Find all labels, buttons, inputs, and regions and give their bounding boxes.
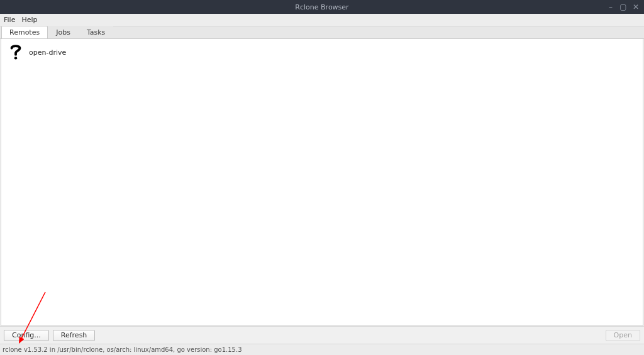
tab-bar: Remotes Jobs Tasks — [0, 26, 644, 39]
question-mark-icon — [8, 44, 24, 60]
config-button[interactable]: Config... — [4, 330, 49, 341]
window-controls: – ▢ ✕ — [606, 3, 644, 11]
open-button: Open — [606, 330, 640, 341]
menu-help[interactable]: Help — [21, 16, 37, 24]
remotes-panel: open-drive — [1, 39, 643, 326]
refresh-button[interactable]: Refresh — [53, 330, 96, 341]
status-bar: rclone v1.53.2 in /usr/bin/rclone, os/ar… — [0, 344, 644, 355]
maximize-icon[interactable]: ▢ — [619, 3, 628, 11]
window-title: Rclone Browser — [295, 3, 348, 11]
minimize-icon[interactable]: – — [606, 3, 615, 11]
window-titlebar: Rclone Browser – ▢ ✕ — [0, 0, 644, 14]
tab-remotes[interactable]: Remotes — [1, 26, 48, 38]
status-text: rclone v1.53.2 in /usr/bin/rclone, os/ar… — [3, 346, 242, 353]
tab-jobs[interactable]: Jobs — [48, 26, 79, 38]
close-icon[interactable]: ✕ — [631, 3, 640, 11]
menubar: File Help — [0, 14, 644, 26]
remote-label: open-drive — [29, 48, 66, 57]
menu-file[interactable]: File — [4, 16, 15, 24]
button-bar: Config... Refresh Open — [0, 326, 644, 344]
svg-point-0 — [14, 57, 18, 60]
tab-tasks[interactable]: Tasks — [79, 26, 113, 38]
remote-list-item[interactable]: open-drive — [5, 43, 69, 62]
